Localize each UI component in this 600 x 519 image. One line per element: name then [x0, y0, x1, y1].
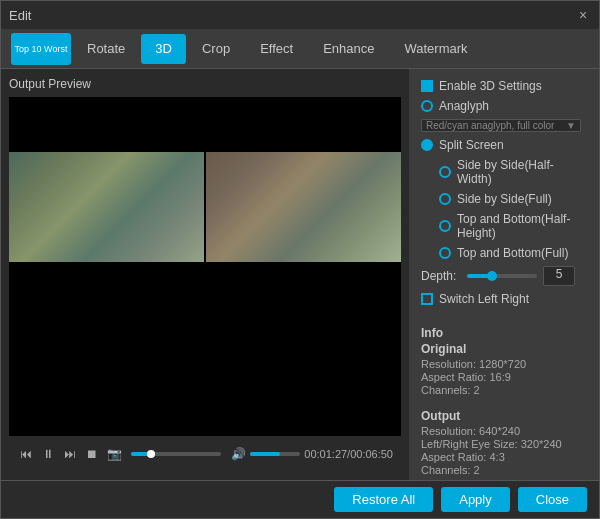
- play-skip-back-button[interactable]: ⏮: [17, 445, 35, 463]
- side-by-side-full-radio[interactable]: [439, 193, 451, 205]
- bottom-bar: Restore All Apply Close: [1, 480, 599, 518]
- video-left-frame: [9, 152, 204, 262]
- side-by-side-half-label: Side by Side(Half-Width): [457, 158, 587, 186]
- orig-resolution: Resolution: 1280*720: [421, 358, 587, 370]
- tab-enhance[interactable]: Enhance: [309, 34, 388, 64]
- window-title: Edit: [9, 8, 31, 23]
- play-pause-button[interactable]: ⏸: [39, 445, 57, 463]
- tab-3d[interactable]: 3D: [141, 34, 186, 64]
- video-thumbnail[interactable]: Top 10 Worst: [11, 33, 71, 65]
- depth-label: Depth:: [421, 269, 461, 283]
- close-window-button[interactable]: ×: [575, 7, 591, 23]
- anaglyph-row: Anaglyph: [421, 99, 587, 113]
- select-value: Red/cyan anaglyph, full color: [426, 120, 554, 131]
- side-by-side-half-radio[interactable]: [439, 166, 451, 178]
- enable-3d-label: Enable 3D Settings: [439, 79, 542, 93]
- info-section: Info Original Resolution: 1280*720 Aspec…: [421, 326, 587, 397]
- top-bottom-full-row: Top and Bottom(Full): [421, 246, 587, 260]
- output-section: Output Resolution: 640*240 Left/Right Ey…: [421, 409, 587, 477]
- info-title: Info: [421, 326, 587, 340]
- switch-lr-label: Switch Left Right: [439, 292, 529, 306]
- enable-3d-checkbox[interactable]: [421, 80, 433, 92]
- video-mid: [9, 152, 401, 262]
- side-by-side-half-row: Side by Side(Half-Width): [421, 158, 587, 186]
- side-by-side-full-row: Side by Side(Full): [421, 192, 587, 206]
- depth-thumb: [487, 271, 497, 281]
- edit-window: Edit × Top 10 Worst Rotate 3D Crop Effec…: [0, 0, 600, 519]
- select-arrow-icon: ▼: [566, 120, 576, 131]
- close-button[interactable]: Close: [518, 487, 587, 512]
- tab-crop[interactable]: Crop: [188, 34, 244, 64]
- controls-bar: ⏮ ⏸ ⏭ ⏹ 📷 🔊 00:01:27/00:06:50: [9, 436, 401, 472]
- anaglyph-label: Anaglyph: [439, 99, 489, 113]
- switch-lr-checkbox[interactable]: [421, 293, 433, 305]
- top-bottom-half-radio[interactable]: [439, 220, 451, 232]
- volume-fill: [250, 452, 280, 456]
- anaglyph-radio[interactable]: [421, 100, 433, 112]
- video-top-black: [9, 97, 401, 152]
- video-right-frame: [206, 152, 401, 262]
- progress-thumb: [147, 450, 155, 458]
- depth-slider[interactable]: [467, 274, 537, 278]
- content-area: Output Preview ⏮ ⏸ ⏭ ⏹: [1, 69, 599, 480]
- side-by-side-full-label: Side by Side(Full): [457, 192, 552, 206]
- volume-icon[interactable]: 🔊: [229, 445, 247, 463]
- thumbnail-label: Top 10 Worst: [15, 44, 68, 54]
- title-bar-left: Edit: [9, 8, 31, 23]
- restore-all-button[interactable]: Restore All: [334, 487, 433, 512]
- volume-container: 🔊: [229, 445, 300, 463]
- preview-label: Output Preview: [9, 77, 401, 91]
- progress-bar[interactable]: [131, 452, 221, 456]
- tab-rotate[interactable]: Rotate: [73, 34, 139, 64]
- split-screen-row: Split Screen: [421, 138, 587, 152]
- volume-bar[interactable]: [250, 452, 300, 456]
- time-display: 00:01:27/00:06:50: [304, 448, 393, 460]
- top-bottom-half-label: Top and Bottom(Half-Height): [457, 212, 587, 240]
- output-title: Output: [421, 409, 587, 423]
- out-channels: Channels: 2: [421, 464, 587, 476]
- preview-video: [9, 97, 401, 436]
- original-title: Original: [421, 342, 587, 356]
- out-aspect: Aspect Ratio: 4:3: [421, 451, 587, 463]
- snapshot-button[interactable]: 📷: [105, 445, 123, 463]
- split-screen-label: Split Screen: [439, 138, 504, 152]
- video-frame-left: [9, 152, 204, 262]
- top-bottom-full-radio[interactable]: [439, 247, 451, 259]
- settings-panel: Enable 3D Settings Anaglyph Red/cyan ana…: [409, 69, 599, 480]
- stop-button[interactable]: ⏹: [83, 445, 101, 463]
- enable-3d-row: Enable 3D Settings: [421, 79, 587, 93]
- out-resolution: Resolution: 640*240: [421, 425, 587, 437]
- out-lr-size: Left/Right Eye Size: 320*240: [421, 438, 587, 450]
- tab-bar: Top 10 Worst Rotate 3D Crop Effect Enhan…: [1, 29, 599, 69]
- video-frame-right: [206, 152, 401, 262]
- anaglyph-select[interactable]: Red/cyan anaglyph, full color ▼: [421, 119, 581, 132]
- split-screen-radio[interactable]: [421, 139, 433, 151]
- orig-channels: Channels: 2: [421, 384, 587, 396]
- preview-panel: Output Preview ⏮ ⏸ ⏭ ⏹: [1, 69, 409, 480]
- tab-watermark[interactable]: Watermark: [390, 34, 481, 64]
- top-bottom-half-row: Top and Bottom(Half-Height): [421, 212, 587, 240]
- title-bar: Edit ×: [1, 1, 599, 29]
- apply-button[interactable]: Apply: [441, 487, 510, 512]
- orig-aspect: Aspect Ratio: 16:9: [421, 371, 587, 383]
- step-forward-button[interactable]: ⏭: [61, 445, 79, 463]
- depth-row: Depth: 5: [421, 266, 587, 286]
- depth-input[interactable]: 5: [543, 266, 575, 286]
- tab-effect[interactable]: Effect: [246, 34, 307, 64]
- switch-lr-row: Switch Left Right: [421, 292, 587, 306]
- top-bottom-full-label: Top and Bottom(Full): [457, 246, 568, 260]
